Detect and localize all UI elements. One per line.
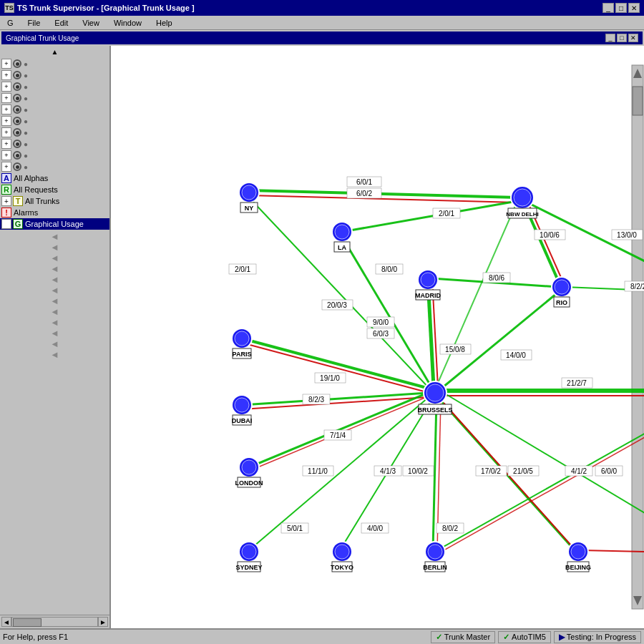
svg-text:6/0/2: 6/0/2 bbox=[356, 190, 373, 197]
sidebar-decorations: ◄ ◄ ◄ ◄ ◄ ◄ ◄ ◄ ◄ ◄ ◄ ◄ bbox=[0, 230, 109, 361]
inner-close-button[interactable]: ✕ bbox=[628, 34, 638, 42]
menu-view[interactable]: View bbox=[78, 17, 104, 29]
svg-point-102 bbox=[514, 189, 531, 206]
svg-point-138 bbox=[242, 545, 256, 559]
inner-title-text: Graphical Trunk Usage bbox=[6, 34, 79, 42]
svg-rect-1 bbox=[632, 65, 643, 609]
sidebar-item-all-alphas[interactable]: A All Alphas bbox=[0, 172, 109, 184]
alarm-icon: ! bbox=[1, 208, 11, 218]
menu-help[interactable]: Help bbox=[152, 17, 177, 29]
svg-text:9/0/0: 9/0/0 bbox=[373, 318, 389, 326]
svg-text:8/2/2: 8/2/2 bbox=[630, 283, 644, 291]
svg-text:SYDNEY: SYDNEY bbox=[235, 564, 262, 571]
svg-text:6/0/1: 6/0/1 bbox=[356, 178, 373, 186]
sidebar-item-all-requests[interactable]: R All Requests bbox=[0, 184, 109, 195]
sidebar-item-alarms[interactable]: ! Alarms bbox=[0, 207, 109, 218]
app-icon: TS bbox=[4, 3, 14, 13]
svg-text:10/0/6: 10/0/6 bbox=[540, 231, 560, 239]
trunk-expand[interactable]: + bbox=[1, 196, 11, 206]
svg-text:2/0/1: 2/0/1 bbox=[235, 265, 251, 273]
graphical-usage-label: Graphical Usage bbox=[25, 220, 84, 228]
inner-maximize-button[interactable]: □ bbox=[617, 34, 627, 42]
testing-play-icon: ▶ bbox=[559, 633, 565, 642]
status-bar: For Help, press F1 ✓ Trunk Master ✓ Auto… bbox=[0, 628, 644, 644]
menu-bar: G File Edit View Window Help bbox=[0, 16, 644, 30]
help-text: For Help, press F1 bbox=[3, 633, 428, 641]
scrollbar-thumb bbox=[13, 618, 42, 627]
sidebar-radio-row-7[interactable]: + ● bbox=[0, 138, 109, 150]
sidebar-radio-row-8[interactable]: + ● bbox=[0, 150, 109, 161]
sidebar-radio-row-9[interactable]: + ● bbox=[0, 161, 109, 172]
svg-text:DUBAI: DUBAI bbox=[232, 417, 253, 424]
svg-rect-2 bbox=[633, 87, 643, 115]
network-graph: 6/0/1 6/0/2 2/0/1 10/0/6 13/0/0 2/0/1 8/… bbox=[111, 46, 644, 628]
trunk-icon: T bbox=[13, 196, 23, 206]
svg-point-106 bbox=[421, 273, 435, 287]
svg-point-122 bbox=[426, 384, 444, 401]
svg-text:4/0/0: 4/0/0 bbox=[367, 525, 384, 532]
svg-text:11/1/0: 11/1/0 bbox=[308, 467, 328, 475]
menu-file[interactable]: File bbox=[24, 17, 45, 29]
menu-edit[interactable]: Edit bbox=[50, 17, 72, 29]
horizontal-scrollbar[interactable] bbox=[11, 617, 98, 627]
svg-text:10/0/2: 10/0/2 bbox=[408, 467, 428, 475]
autotim5-label: AutoTIM5 bbox=[512, 633, 546, 641]
trunk-master-label: Trunk Master bbox=[444, 633, 490, 641]
inner-title-bar: Graphical Trunk Usage _ □ ✕ bbox=[1, 31, 643, 44]
sidebar-scroll-up[interactable]: ▲ bbox=[1, 47, 108, 57]
svg-text:19/1/0: 19/1/0 bbox=[320, 374, 340, 382]
sidebar: ▲ + ● + ● + ● + ● + ● + ● bbox=[0, 46, 111, 628]
svg-point-110 bbox=[555, 280, 569, 294]
graph-area: 6/0/1 6/0/2 2/0/1 10/0/6 13/0/0 2/0/1 8/… bbox=[111, 46, 644, 628]
svg-text:7/1/4: 7/1/4 bbox=[330, 431, 346, 439]
autotim5-check-icon: ✓ bbox=[503, 633, 509, 642]
svg-text:8/0/2: 8/0/2 bbox=[442, 525, 459, 532]
menu-g[interactable]: G bbox=[3, 17, 18, 29]
sidebar-radio-row-3[interactable]: + ● bbox=[0, 92, 109, 104]
svg-text:MADRID: MADRID bbox=[415, 292, 441, 299]
graphical-icon: G bbox=[13, 219, 23, 229]
alpha-icon: A bbox=[1, 173, 11, 183]
autotim5-status: ✓ AutoTIM5 bbox=[498, 631, 551, 643]
sidebar-radio-row-1[interactable]: + ● bbox=[0, 69, 109, 81]
svg-point-134 bbox=[242, 460, 256, 474]
trunk-master-status: ✓ Trunk Master bbox=[431, 631, 495, 643]
radio-items-container: + ● + ● + ● + ● + ● + ● + ● + bbox=[0, 58, 109, 172]
testing-label: Testing: In Progress bbox=[567, 633, 636, 641]
svg-text:21/2/7: 21/2/7 bbox=[567, 379, 587, 387]
svg-point-142 bbox=[335, 545, 349, 559]
window-title: TS Trunk Supervisor - [Graphical Trunk U… bbox=[17, 4, 195, 12]
menu-window[interactable]: Window bbox=[109, 17, 146, 29]
svg-text:15/0/8: 15/0/8 bbox=[445, 346, 465, 353]
svg-text:2/0/1: 2/0/1 bbox=[439, 210, 455, 218]
sidebar-radio-row-0[interactable]: + ● bbox=[0, 58, 109, 69]
sidebar-radio-row-5[interactable]: + ● bbox=[0, 115, 109, 127]
svg-text:14/0/0: 14/0/0 bbox=[506, 351, 526, 359]
sidebar-item-all-trunks[interactable]: + T All Trunks bbox=[0, 195, 109, 207]
svg-text:21/0/5: 21/0/5 bbox=[513, 467, 533, 475]
all-trunks-label: All Trunks bbox=[25, 197, 59, 205]
all-alphas-label: All Alphas bbox=[14, 174, 48, 182]
trunk-master-check-icon: ✓ bbox=[436, 633, 442, 642]
testing-status: ▶ Testing: In Progress bbox=[554, 631, 641, 643]
svg-text:6/0/0: 6/0/0 bbox=[601, 467, 618, 475]
maximize-button[interactable]: □ bbox=[615, 3, 627, 13]
svg-point-130 bbox=[235, 398, 249, 412]
svg-text:NY: NY bbox=[245, 205, 254, 212]
svg-text:BRUSSELS: BRUSSELS bbox=[417, 406, 452, 414]
scroll-right-button[interactable]: ► bbox=[98, 617, 108, 627]
minimize-button[interactable]: _ bbox=[602, 3, 614, 13]
svg-text:NBW DELHI: NBW DELHI bbox=[506, 211, 538, 218]
svg-text:8/2/3: 8/2/3 bbox=[308, 396, 325, 404]
scroll-left-button[interactable]: ◄ bbox=[1, 617, 11, 627]
sidebar-item-graphical-usage[interactable]: - G Graphical Usage bbox=[0, 218, 109, 230]
sidebar-radio-row-4[interactable]: + ● bbox=[0, 104, 109, 115]
sidebar-radio-row-2[interactable]: + ● bbox=[0, 81, 109, 92]
sidebar-radio-row-6[interactable]: + ● bbox=[0, 127, 109, 138]
close-button[interactable]: ✕ bbox=[628, 3, 640, 13]
svg-text:5/0/1: 5/0/1 bbox=[287, 525, 303, 532]
svg-point-150 bbox=[571, 545, 585, 559]
graphical-expand[interactable]: - bbox=[1, 219, 11, 229]
svg-text:RIO: RIO bbox=[556, 299, 567, 306]
inner-minimize-button[interactable]: _ bbox=[605, 34, 615, 42]
